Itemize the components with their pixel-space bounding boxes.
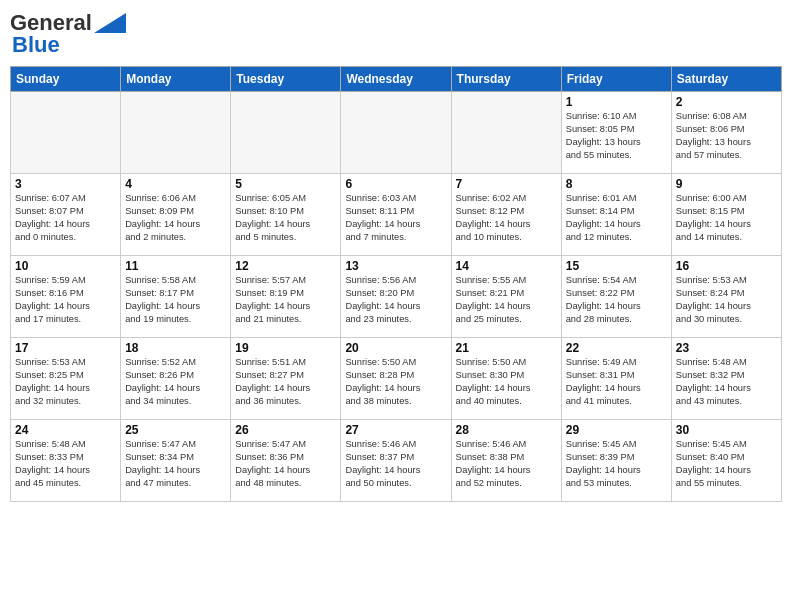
day-number: 12: [235, 259, 336, 273]
day-number: 9: [676, 177, 777, 191]
page-header: General Blue: [10, 10, 782, 58]
day-number: 1: [566, 95, 667, 109]
weekday-header: Tuesday: [231, 67, 341, 92]
calendar-cell: 20Sunrise: 5:50 AM Sunset: 8:28 PM Dayli…: [341, 338, 451, 420]
calendar-cell: 11Sunrise: 5:58 AM Sunset: 8:17 PM Dayli…: [121, 256, 231, 338]
logo: General Blue: [10, 10, 126, 58]
day-number: 17: [15, 341, 116, 355]
calendar-week-row: 3Sunrise: 6:07 AM Sunset: 8:07 PM Daylig…: [11, 174, 782, 256]
calendar-cell: [231, 92, 341, 174]
calendar-cell: 18Sunrise: 5:52 AM Sunset: 8:26 PM Dayli…: [121, 338, 231, 420]
calendar-cell: 2Sunrise: 6:08 AM Sunset: 8:06 PM Daylig…: [671, 92, 781, 174]
day-number: 15: [566, 259, 667, 273]
calendar-week-row: 17Sunrise: 5:53 AM Sunset: 8:25 PM Dayli…: [11, 338, 782, 420]
calendar-cell: 24Sunrise: 5:48 AM Sunset: 8:33 PM Dayli…: [11, 420, 121, 502]
day-number: 21: [456, 341, 557, 355]
logo-blue: Blue: [12, 32, 60, 58]
calendar-cell: 27Sunrise: 5:46 AM Sunset: 8:37 PM Dayli…: [341, 420, 451, 502]
weekday-header: Wednesday: [341, 67, 451, 92]
calendar-cell: 19Sunrise: 5:51 AM Sunset: 8:27 PM Dayli…: [231, 338, 341, 420]
day-info: Sunrise: 5:47 AM Sunset: 8:34 PM Dayligh…: [125, 438, 226, 490]
calendar-table: SundayMondayTuesdayWednesdayThursdayFrid…: [10, 66, 782, 502]
calendar-cell: 14Sunrise: 5:55 AM Sunset: 8:21 PM Dayli…: [451, 256, 561, 338]
day-number: 29: [566, 423, 667, 437]
day-info: Sunrise: 5:46 AM Sunset: 8:37 PM Dayligh…: [345, 438, 446, 490]
weekday-header: Sunday: [11, 67, 121, 92]
day-info: Sunrise: 5:53 AM Sunset: 8:25 PM Dayligh…: [15, 356, 116, 408]
day-info: Sunrise: 5:51 AM Sunset: 8:27 PM Dayligh…: [235, 356, 336, 408]
day-info: Sunrise: 5:54 AM Sunset: 8:22 PM Dayligh…: [566, 274, 667, 326]
day-number: 24: [15, 423, 116, 437]
day-info: Sunrise: 6:08 AM Sunset: 8:06 PM Dayligh…: [676, 110, 777, 162]
calendar-cell: [451, 92, 561, 174]
day-number: 3: [15, 177, 116, 191]
day-number: 25: [125, 423, 226, 437]
day-number: 22: [566, 341, 667, 355]
calendar-cell: 22Sunrise: 5:49 AM Sunset: 8:31 PM Dayli…: [561, 338, 671, 420]
day-number: 18: [125, 341, 226, 355]
day-number: 30: [676, 423, 777, 437]
calendar-cell: 29Sunrise: 5:45 AM Sunset: 8:39 PM Dayli…: [561, 420, 671, 502]
day-number: 6: [345, 177, 446, 191]
day-info: Sunrise: 5:59 AM Sunset: 8:16 PM Dayligh…: [15, 274, 116, 326]
day-info: Sunrise: 5:47 AM Sunset: 8:36 PM Dayligh…: [235, 438, 336, 490]
day-number: 28: [456, 423, 557, 437]
day-number: 2: [676, 95, 777, 109]
day-info: Sunrise: 5:55 AM Sunset: 8:21 PM Dayligh…: [456, 274, 557, 326]
day-info: Sunrise: 6:02 AM Sunset: 8:12 PM Dayligh…: [456, 192, 557, 244]
calendar-cell: 4Sunrise: 6:06 AM Sunset: 8:09 PM Daylig…: [121, 174, 231, 256]
day-info: Sunrise: 6:03 AM Sunset: 8:11 PM Dayligh…: [345, 192, 446, 244]
day-info: Sunrise: 5:56 AM Sunset: 8:20 PM Dayligh…: [345, 274, 446, 326]
calendar-cell: 9Sunrise: 6:00 AM Sunset: 8:15 PM Daylig…: [671, 174, 781, 256]
day-number: 19: [235, 341, 336, 355]
day-info: Sunrise: 5:58 AM Sunset: 8:17 PM Dayligh…: [125, 274, 226, 326]
calendar-cell: [11, 92, 121, 174]
day-info: Sunrise: 5:57 AM Sunset: 8:19 PM Dayligh…: [235, 274, 336, 326]
day-info: Sunrise: 6:01 AM Sunset: 8:14 PM Dayligh…: [566, 192, 667, 244]
calendar-cell: 15Sunrise: 5:54 AM Sunset: 8:22 PM Dayli…: [561, 256, 671, 338]
calendar-cell: [341, 92, 451, 174]
weekday-header-row: SundayMondayTuesdayWednesdayThursdayFrid…: [11, 67, 782, 92]
calendar-week-row: 10Sunrise: 5:59 AM Sunset: 8:16 PM Dayli…: [11, 256, 782, 338]
calendar-cell: 30Sunrise: 5:45 AM Sunset: 8:40 PM Dayli…: [671, 420, 781, 502]
day-info: Sunrise: 5:50 AM Sunset: 8:30 PM Dayligh…: [456, 356, 557, 408]
day-info: Sunrise: 6:10 AM Sunset: 8:05 PM Dayligh…: [566, 110, 667, 162]
day-number: 20: [345, 341, 446, 355]
calendar-cell: 12Sunrise: 5:57 AM Sunset: 8:19 PM Dayli…: [231, 256, 341, 338]
day-number: 13: [345, 259, 446, 273]
day-number: 8: [566, 177, 667, 191]
day-info: Sunrise: 5:48 AM Sunset: 8:32 PM Dayligh…: [676, 356, 777, 408]
calendar-cell: 17Sunrise: 5:53 AM Sunset: 8:25 PM Dayli…: [11, 338, 121, 420]
calendar-cell: 21Sunrise: 5:50 AM Sunset: 8:30 PM Dayli…: [451, 338, 561, 420]
day-info: Sunrise: 5:46 AM Sunset: 8:38 PM Dayligh…: [456, 438, 557, 490]
day-info: Sunrise: 6:00 AM Sunset: 8:15 PM Dayligh…: [676, 192, 777, 244]
day-info: Sunrise: 5:49 AM Sunset: 8:31 PM Dayligh…: [566, 356, 667, 408]
day-info: Sunrise: 5:50 AM Sunset: 8:28 PM Dayligh…: [345, 356, 446, 408]
calendar-cell: 7Sunrise: 6:02 AM Sunset: 8:12 PM Daylig…: [451, 174, 561, 256]
weekday-header: Monday: [121, 67, 231, 92]
day-number: 26: [235, 423, 336, 437]
calendar-week-row: 24Sunrise: 5:48 AM Sunset: 8:33 PM Dayli…: [11, 420, 782, 502]
calendar-cell: [121, 92, 231, 174]
calendar-cell: 23Sunrise: 5:48 AM Sunset: 8:32 PM Dayli…: [671, 338, 781, 420]
calendar-week-row: 1Sunrise: 6:10 AM Sunset: 8:05 PM Daylig…: [11, 92, 782, 174]
day-info: Sunrise: 5:48 AM Sunset: 8:33 PM Dayligh…: [15, 438, 116, 490]
day-info: Sunrise: 5:45 AM Sunset: 8:39 PM Dayligh…: [566, 438, 667, 490]
svg-marker-0: [94, 13, 126, 33]
weekday-header: Friday: [561, 67, 671, 92]
day-info: Sunrise: 5:53 AM Sunset: 8:24 PM Dayligh…: [676, 274, 777, 326]
day-number: 10: [15, 259, 116, 273]
calendar-cell: 10Sunrise: 5:59 AM Sunset: 8:16 PM Dayli…: [11, 256, 121, 338]
calendar-cell: 6Sunrise: 6:03 AM Sunset: 8:11 PM Daylig…: [341, 174, 451, 256]
calendar-cell: 5Sunrise: 6:05 AM Sunset: 8:10 PM Daylig…: [231, 174, 341, 256]
calendar-cell: 8Sunrise: 6:01 AM Sunset: 8:14 PM Daylig…: [561, 174, 671, 256]
day-info: Sunrise: 6:06 AM Sunset: 8:09 PM Dayligh…: [125, 192, 226, 244]
day-number: 4: [125, 177, 226, 191]
day-info: Sunrise: 5:52 AM Sunset: 8:26 PM Dayligh…: [125, 356, 226, 408]
day-info: Sunrise: 5:45 AM Sunset: 8:40 PM Dayligh…: [676, 438, 777, 490]
calendar-cell: 13Sunrise: 5:56 AM Sunset: 8:20 PM Dayli…: [341, 256, 451, 338]
calendar-cell: 16Sunrise: 5:53 AM Sunset: 8:24 PM Dayli…: [671, 256, 781, 338]
day-number: 23: [676, 341, 777, 355]
day-number: 7: [456, 177, 557, 191]
day-info: Sunrise: 6:05 AM Sunset: 8:10 PM Dayligh…: [235, 192, 336, 244]
